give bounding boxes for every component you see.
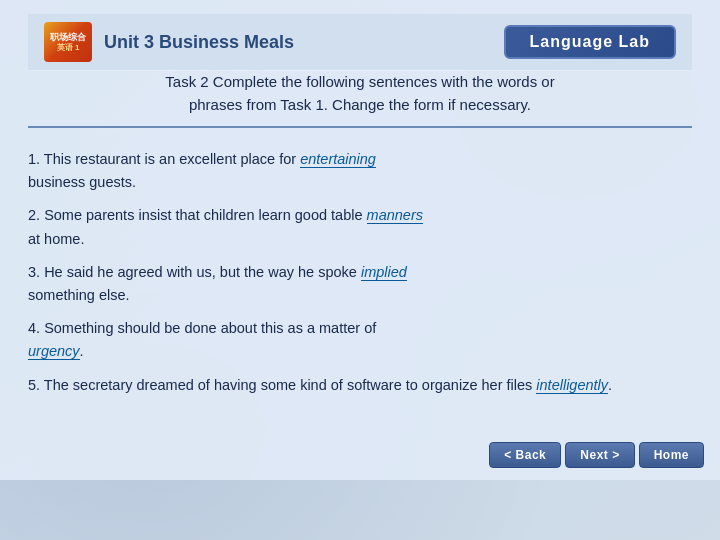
- ex4-answer: urgency: [28, 343, 80, 360]
- ex2-continuation: at home.: [28, 231, 84, 247]
- ex1-text-before: This restaurant is an excellent place fo…: [44, 151, 296, 167]
- exercise-item-5: 5. The secretary dreamed of having some …: [28, 374, 692, 397]
- ex1-answer: entertaining: [300, 151, 376, 168]
- ex5-number: 5.: [28, 377, 44, 393]
- exercise-item-3: 3. He said he agreed with us, but the wa…: [28, 261, 692, 307]
- back-button[interactable]: < Back: [489, 442, 561, 468]
- logo-text-line2: 英语 1: [57, 43, 80, 53]
- task-line1: Task 2 Complete the following sentences …: [28, 71, 692, 94]
- footer-nav: < Back Next > Home: [489, 442, 704, 468]
- logo-box: 职场综合 英语 1: [44, 22, 92, 62]
- next-button[interactable]: Next >: [565, 442, 634, 468]
- language-lab-badge: Language Lab: [504, 25, 676, 59]
- ex3-text-before: He said he agreed with us, but the way h…: [44, 264, 357, 280]
- exercise-item-4: 4. Something should be done about this a…: [28, 317, 692, 363]
- ex5-text-before: The secretary dreamed of having some kin…: [44, 377, 532, 393]
- ex4-number: 4.: [28, 320, 44, 336]
- ex3-answer: implied: [361, 264, 407, 281]
- exercise-item-2: 2. Some parents insist that children lea…: [28, 204, 692, 250]
- ex4-text-before: Something should be done about this as a…: [44, 320, 376, 336]
- exercises-container: 1. This restaurant is an excellent place…: [28, 140, 692, 415]
- ex5-answer: intelligently: [536, 377, 608, 394]
- ex2-number: 2.: [28, 207, 44, 223]
- ex2-text-before: Some parents insist that children learn …: [44, 207, 362, 223]
- ex1-continuation: business guests.: [28, 174, 136, 190]
- ex2-answer: manners: [367, 207, 423, 224]
- ex3-number: 3.: [28, 264, 44, 280]
- unit-title: Unit 3 Business Meals: [104, 32, 504, 53]
- home-button[interactable]: Home: [639, 442, 704, 468]
- task-description: Task 2 Complete the following sentences …: [28, 71, 692, 128]
- ex5-text-after: .: [608, 377, 612, 393]
- ex1-number: 1.: [28, 151, 44, 167]
- task-line2: phrases from Task 1. Change the form if …: [28, 94, 692, 117]
- exercise-item-1: 1. This restaurant is an excellent place…: [28, 148, 692, 194]
- ex4-text-after: .: [80, 343, 84, 359]
- logo-text-line1: 职场综合: [50, 32, 86, 43]
- ex3-continuation: something else.: [28, 287, 130, 303]
- header-bar: 职场综合 英语 1 Unit 3 Business Meals Language…: [28, 14, 692, 71]
- content-card: 职场综合 英语 1 Unit 3 Business Meals Language…: [0, 0, 720, 480]
